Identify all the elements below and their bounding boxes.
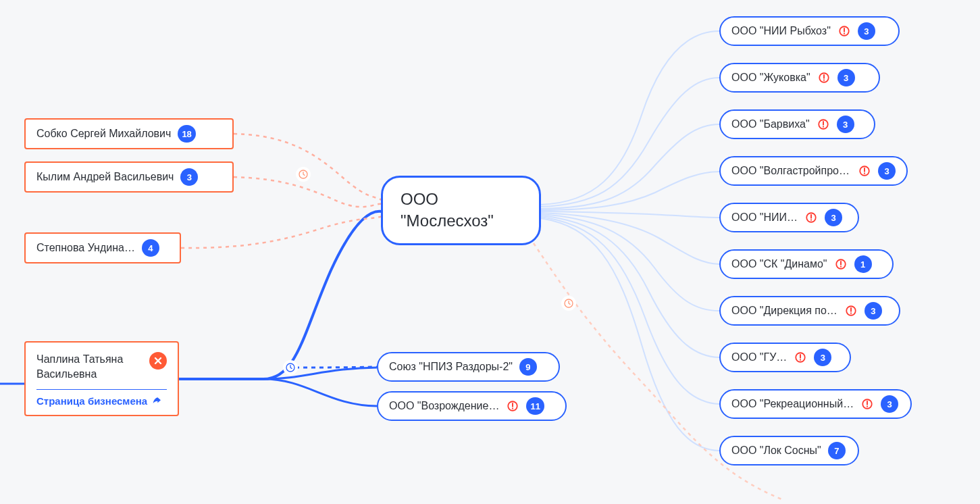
org-node[interactable]: ООО "Рекреационный… 3 (719, 389, 912, 419)
alert-icon (817, 71, 831, 84)
svg-point-11 (823, 79, 824, 80)
alert-icon (804, 211, 818, 224)
center-title: ООО "Мослесхоз" (401, 188, 521, 232)
count-badge: 3 (878, 162, 896, 180)
org-node[interactable]: ООО "Дирекция по… 3 (719, 296, 900, 326)
selected-person-card[interactable]: Чаплина Татьяна Васильевна Страница бизн… (24, 341, 179, 416)
history-clock-icon (561, 296, 576, 311)
alert-icon (860, 397, 874, 411)
person-node[interactable]: Собко Сергей Михайлович 18 (24, 118, 234, 149)
alert-icon (837, 24, 851, 38)
count-badge: 4 (142, 239, 159, 257)
org-name: ООО "Барвиха" (731, 118, 810, 130)
svg-point-32 (867, 405, 868, 407)
svg-point-23 (840, 266, 841, 267)
businessman-page-link[interactable]: Страница бизнесмена (36, 395, 167, 407)
count-badge: 3 (865, 302, 882, 320)
link-text: Страница бизнесмена (36, 395, 147, 407)
person-name: Собко Сергей Михайлович (36, 128, 171, 140)
history-clock-icon (283, 360, 298, 375)
count-badge: 3 (180, 168, 198, 186)
org-name: ООО "Дирекция по… (731, 305, 837, 317)
svg-point-8 (844, 32, 845, 34)
org-node[interactable]: ООО "Жуковка" 3 (719, 63, 880, 93)
org-node[interactable]: ООО "Волгастройпрое… 3 (719, 156, 908, 186)
svg-point-14 (822, 126, 823, 127)
count-badge: 7 (828, 442, 846, 459)
svg-point-5 (512, 407, 513, 409)
count-badge: 3 (881, 395, 898, 413)
org-name: ООО "ГУ… (731, 351, 787, 363)
org-name: ООО "НИИ Рыбхоз" (731, 25, 831, 37)
divider (36, 389, 167, 390)
org-node[interactable]: ООО "Возрождение… 11 (377, 391, 567, 421)
close-icon[interactable] (149, 352, 167, 370)
svg-point-26 (850, 312, 852, 313)
alert-icon (817, 118, 830, 131)
org-node[interactable]: Союз "НПИЗ Раздоры-2" 9 (377, 352, 560, 382)
alert-icon (834, 257, 848, 271)
share-arrow-icon (151, 395, 162, 406)
org-name: ООО "Жуковка" (731, 72, 810, 84)
svg-point-20 (810, 219, 812, 220)
selected-person-name: Чаплина Татьяна Васильевна (36, 352, 137, 382)
svg-point-0 (299, 170, 307, 178)
count-badge: 11 (526, 397, 544, 415)
svg-point-17 (864, 172, 865, 174)
alert-icon (506, 399, 519, 413)
count-badge: 3 (837, 116, 854, 133)
person-name: Кылим Андрей Васильевич (36, 171, 174, 183)
count-badge: 9 (519, 358, 537, 376)
alert-icon (844, 304, 858, 318)
org-node[interactable]: ООО "Барвиха" 3 (719, 109, 875, 139)
org-name: ООО "Волгастройпрое… (731, 165, 851, 177)
org-name: ООО "Лок Сосны" (731, 445, 821, 457)
count-badge: 3 (858, 22, 875, 40)
count-badge: 3 (814, 349, 831, 366)
alert-icon (794, 351, 807, 364)
svg-point-2 (565, 299, 573, 307)
history-clock-icon (296, 167, 311, 182)
person-name: Степнова Ундина… (36, 242, 135, 254)
org-node[interactable]: ООО "НИИ Рыбхоз" 3 (719, 16, 900, 46)
count-badge: 1 (854, 255, 872, 273)
person-node[interactable]: Кылим Андрей Васильевич 3 (24, 161, 234, 193)
org-name: ООО "Возрождение… (389, 400, 499, 412)
alert-icon (858, 164, 871, 178)
count-badge: 3 (825, 209, 842, 226)
center-company-node[interactable]: ООО "Мослесхоз" (381, 176, 541, 245)
count-badge: 3 (837, 69, 855, 86)
org-node[interactable]: ООО "НИИ… 3 (719, 203, 859, 232)
org-node[interactable]: ООО "СК "Динамо" 1 (719, 249, 894, 279)
org-name: ООО "НИИ… (731, 211, 798, 224)
org-name: ООО "Рекреационный… (731, 398, 854, 410)
svg-point-29 (800, 359, 801, 360)
person-node[interactable]: Степнова Ундина… 4 (24, 232, 181, 263)
org-node[interactable]: ООО "Лок Сосны" 7 (719, 436, 859, 465)
svg-point-1 (286, 363, 294, 372)
org-node[interactable]: ООО "ГУ… 3 (719, 343, 851, 372)
count-badge: 18 (178, 125, 195, 143)
org-name: ООО "СК "Динамо" (731, 258, 827, 270)
org-name: Союз "НПИЗ Раздоры-2" (389, 361, 513, 373)
